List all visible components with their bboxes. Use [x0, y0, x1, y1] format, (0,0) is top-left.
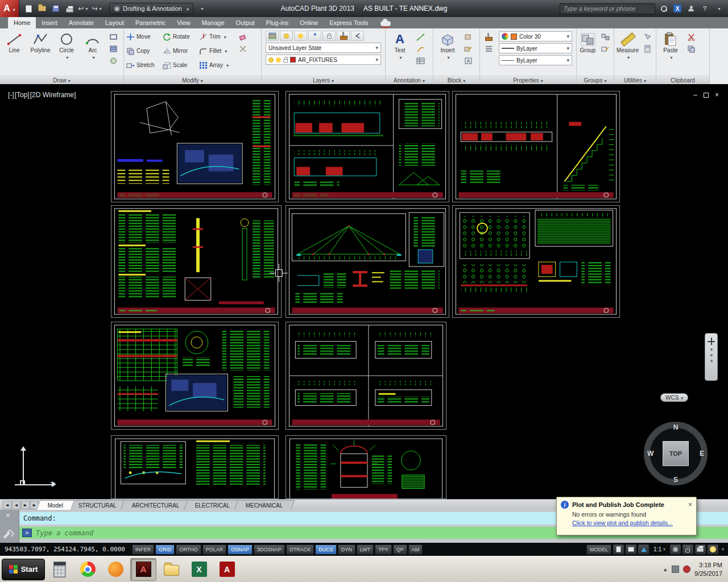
tab-model[interactable]: Model [36, 500, 75, 510]
line-button[interactable]: Line [1, 30, 27, 76]
qnew-button[interactable] [23, 3, 34, 14]
rectangle-tool-button[interactable] [107, 32, 119, 41]
toggle-dyn[interactable]: DYN [338, 544, 355, 555]
help-menu-caret[interactable] [713, 3, 723, 14]
copy-clip-button[interactable] [685, 44, 697, 53]
lineweight-dropdown[interactable]: ByLayer [499, 43, 572, 53]
draw-panel-label[interactable]: Draw [0, 76, 123, 84]
layers-panel-label[interactable]: Layers [262, 76, 385, 84]
move-button[interactable]: Move [126, 33, 163, 41]
table-button[interactable] [414, 56, 427, 65]
exchange-apps-button[interactable]: X [672, 3, 682, 14]
create-block-button[interactable] [462, 32, 474, 41]
layer-prev-button[interactable] [351, 31, 364, 41]
wcs-indicator[interactable]: WCS [660, 393, 688, 402]
online-status-icon[interactable] [380, 21, 391, 26]
toggle-polar[interactable]: POLAR [202, 544, 227, 555]
text-button[interactable]: A Text [387, 30, 413, 76]
measure-button[interactable]: Measure [615, 30, 640, 76]
navigation-bar[interactable] [705, 333, 718, 381]
sign-in-button[interactable] [686, 3, 696, 14]
undo-button[interactable]: ↩ [77, 3, 89, 14]
layer-off-button[interactable] [280, 31, 293, 41]
first-layout-button[interactable]: ◀ [3, 501, 11, 509]
browser-taskbar-button[interactable] [102, 558, 129, 581]
edit-block-button[interactable] [462, 44, 474, 53]
viewport-visual-style-control[interactable]: [2D Wireframe] [30, 91, 76, 99]
tab-plugins[interactable]: Plug-ins [260, 17, 295, 28]
notification-details-link[interactable]: Click to view plot and publish details..… [572, 519, 692, 526]
drawing-area[interactable]: [-] [Top] [2D Wireframe] – × [0, 84, 728, 499]
dimension-button[interactable] [414, 32, 427, 41]
utilities-panel-label[interactable]: Utilities [614, 76, 656, 84]
toggle-qp[interactable]: QP [393, 544, 407, 555]
toggle-lwt[interactable]: LWT [357, 544, 374, 555]
status-overflow-caret[interactable]: ▾ [720, 547, 726, 552]
layer-dropdown[interactable]: AR_FIXTURES [266, 55, 381, 65]
viewport-view-control[interactable]: [Top] [15, 91, 30, 99]
layer-properties-button[interactable] [266, 31, 279, 41]
save-button[interactable] [50, 3, 61, 14]
fillet-button[interactable]: Fillet [199, 47, 235, 55]
properties-panel-label[interactable]: Properties [480, 76, 576, 84]
app-menu-button[interactable]: A [0, 0, 19, 17]
doc-minimize-button[interactable]: – [693, 91, 697, 99]
notification-close-button[interactable]: × [688, 501, 692, 508]
viewcube-south[interactable]: S [642, 476, 710, 484]
redo-button[interactable]: ↪ [91, 3, 102, 14]
search-input[interactable] [560, 3, 655, 14]
qat-menu-button[interactable] [196, 3, 207, 14]
excel-taskbar-button[interactable]: X [186, 558, 212, 581]
layer-match-button[interactable] [337, 31, 350, 41]
trim-button[interactable]: Trim [199, 33, 235, 41]
quick-view-layouts-button[interactable] [613, 544, 624, 554]
tab-annotate[interactable]: Annotate [63, 17, 100, 28]
copy-button[interactable]: Copy [126, 47, 163, 55]
workspace-switch-button[interactable] [670, 544, 681, 554]
scale-button[interactable]: Scale [163, 61, 199, 69]
help-button[interactable]: ? [700, 3, 710, 14]
properties-list-button[interactable] [482, 44, 495, 53]
start-button[interactable]: Start [2, 559, 45, 580]
groups-panel-label[interactable]: Groups [577, 76, 614, 84]
viewcube-top-face[interactable]: TOP [663, 441, 689, 466]
workspace-dropdown[interactable]: Drafting & Annotation [109, 3, 193, 14]
tray-expand-button[interactable]: ▲ [663, 567, 668, 572]
linetype-dropdown[interactable]: ByLayer [499, 55, 572, 65]
tab-view[interactable]: View [171, 17, 196, 28]
toggle-infer[interactable]: INFER [132, 544, 154, 555]
open-button[interactable] [36, 3, 48, 14]
plot-job-button[interactable] [695, 544, 706, 554]
region-tool-button[interactable] [107, 56, 119, 65]
toggle-tpy[interactable]: TPY [375, 544, 392, 555]
search-button[interactable] [659, 3, 669, 14]
annotation-visibility-button[interactable] [638, 544, 649, 554]
tray-alert-icon[interactable] [683, 566, 690, 573]
mirror-button[interactable]: Mirror [163, 47, 199, 55]
wrench-icon[interactable] [3, 531, 10, 538]
block-attributes-button[interactable] [462, 56, 474, 65]
tab-manage[interactable]: Manage [196, 17, 230, 28]
annotation-scale-button[interactable]: 1:1 [651, 545, 668, 554]
layer-isolate-button[interactable] [294, 31, 307, 41]
tray-app-icon[interactable] [672, 566, 679, 573]
tab-home[interactable]: Home [8, 17, 36, 28]
polyline-button[interactable]: Polyline [27, 30, 53, 76]
acrobat-taskbar-button[interactable]: A [214, 558, 240, 581]
toggle-otrack[interactable]: OTRACK [286, 544, 315, 555]
quick-select-button[interactable] [641, 32, 653, 41]
cut-button[interactable] [685, 32, 697, 41]
tab-parametric[interactable]: Parametric [130, 17, 171, 28]
viewcube[interactable]: N W E S TOP [642, 419, 710, 488]
command-close-button[interactable]: × [6, 512, 10, 519]
calculator-taskbar-button[interactable] [47, 558, 73, 581]
tab-electrical[interactable]: ELECTRICAL [184, 500, 242, 510]
plot-button[interactable] [64, 3, 75, 14]
stretch-button[interactable]: Stretch [126, 61, 163, 69]
block-panel-label[interactable]: Block [433, 76, 479, 84]
hatch-tool-button[interactable] [107, 44, 119, 53]
doc-restore-button[interactable] [704, 93, 709, 98]
erase-button[interactable] [237, 32, 249, 41]
layer-freeze-button[interactable]: * [308, 31, 321, 41]
tab-architectural[interactable]: ARCHITECTURAL [121, 500, 191, 510]
